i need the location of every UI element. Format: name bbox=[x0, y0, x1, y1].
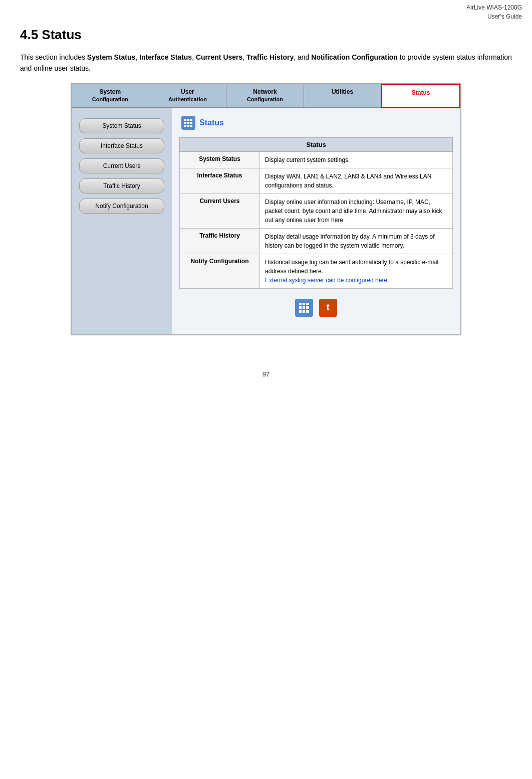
intro-bold1: System Status bbox=[87, 53, 135, 61]
svg-rect-7 bbox=[187, 125, 189, 127]
tab-status[interactable]: Status bbox=[381, 84, 460, 108]
svg-rect-4 bbox=[187, 122, 189, 124]
svg-rect-10 bbox=[303, 303, 305, 305]
svg-rect-3 bbox=[184, 122, 186, 124]
row-desc-notify-configuration: Historical usage log can be sent automat… bbox=[260, 254, 453, 288]
home-icon[interactable] bbox=[295, 299, 313, 317]
row-label-traffic-history: Traffic History bbox=[180, 228, 260, 254]
tab-system-configuration[interactable]: System Configuration bbox=[72, 84, 149, 107]
status-icon bbox=[181, 116, 195, 130]
svg-rect-14 bbox=[306, 306, 309, 309]
row-desc-traffic-history: Display detail usage information by day.… bbox=[260, 228, 453, 254]
row-label-notify-configuration: Notify Configuration bbox=[180, 254, 260, 288]
svg-rect-0 bbox=[184, 119, 186, 121]
table-row: System Status Display current system set… bbox=[180, 151, 453, 168]
svg-rect-12 bbox=[299, 306, 302, 309]
svg-rect-11 bbox=[306, 303, 309, 305]
row-label-system-status: System Status bbox=[180, 151, 260, 168]
tab-network-configuration[interactable]: Network Configuration bbox=[226, 84, 304, 107]
intro-paragraph: This section includes System Status, Int… bbox=[20, 52, 512, 74]
main-area: System Status Interface Status Current U… bbox=[72, 108, 460, 334]
table-row: Interface Status Display WAN, LAN1 & LAN… bbox=[180, 168, 453, 193]
svg-rect-2 bbox=[190, 119, 192, 121]
sidebar-btn-traffic-history[interactable]: Traffic History bbox=[79, 178, 164, 193]
page-content: 4.5 Status This section includes System … bbox=[0, 22, 532, 355]
svg-rect-16 bbox=[303, 310, 305, 313]
header-line1: AirLive WIAS-1200G bbox=[466, 4, 522, 11]
header-text: AirLive WIAS-1200G User's Guide bbox=[0, 0, 532, 22]
intro-bold2: Interface Status bbox=[139, 53, 192, 61]
content-header: Status bbox=[179, 116, 453, 130]
row-desc-current-users: Display online user information includin… bbox=[260, 193, 453, 228]
svg-rect-15 bbox=[299, 310, 302, 313]
sidebar-btn-current-users[interactable]: Current Users bbox=[79, 158, 164, 173]
table-row: Traffic History Display detail usage inf… bbox=[180, 228, 453, 254]
intro-part1: This section includes bbox=[20, 53, 87, 61]
tab-label-netconfig: Configuration bbox=[228, 96, 302, 103]
svg-rect-8 bbox=[190, 125, 192, 127]
tab-label-utilities: Utilities bbox=[306, 88, 379, 96]
page-footer: 97 bbox=[0, 355, 532, 393]
tab-utilities[interactable]: Utilities bbox=[304, 84, 382, 107]
sidebar-btn-notify-configuration[interactable]: Notify Configuration bbox=[79, 199, 164, 214]
sidebar-btn-system-status[interactable]: System Status bbox=[79, 118, 164, 133]
tab-label-configuration: Configuration bbox=[74, 96, 147, 103]
tab-label-system: System bbox=[74, 88, 147, 96]
intro-bold5: Notification Configuration bbox=[311, 53, 398, 61]
svg-rect-1 bbox=[187, 119, 189, 121]
sidebar-btn-interface-status[interactable]: Interface Status bbox=[79, 138, 164, 153]
svg-rect-9 bbox=[299, 303, 302, 305]
row-label-interface-status: Interface Status bbox=[180, 168, 260, 193]
router-ui: System Configuration User Authentication… bbox=[71, 83, 461, 335]
nav-tabs: System Configuration User Authentication… bbox=[72, 84, 460, 108]
page-number: 97 bbox=[262, 370, 270, 378]
svg-rect-17 bbox=[306, 310, 309, 313]
status-table: Status System Status Display current sys… bbox=[179, 137, 453, 289]
table-header: Status bbox=[180, 137, 453, 151]
tab-user-authentication[interactable]: User Authentication bbox=[149, 84, 227, 107]
svg-rect-5 bbox=[190, 122, 192, 124]
table-row: Notify Configuration Historical usage lo… bbox=[180, 254, 453, 288]
tab-label-authentication: Authentication bbox=[151, 96, 224, 103]
row-desc-interface-status: Display WAN, LAN1 & LAN2, LAN3 & LAN4 an… bbox=[260, 168, 453, 193]
svg-rect-13 bbox=[303, 306, 305, 309]
tab-label-user: User bbox=[151, 88, 224, 96]
page-title: 4.5 Status bbox=[20, 27, 512, 43]
content-area: Status Status System Status Display curr… bbox=[172, 108, 460, 334]
intro-bold4: Traffic History bbox=[246, 53, 294, 61]
syslog-link[interactable]: External syslog server can be configured… bbox=[265, 277, 389, 284]
row-desc-system-status: Display current system settings. bbox=[260, 151, 453, 168]
tab-label-network: Network bbox=[228, 88, 302, 96]
svg-rect-6 bbox=[184, 125, 186, 127]
row-label-current-users: Current Users bbox=[180, 193, 260, 228]
t-icon[interactable]: t bbox=[319, 299, 337, 317]
bottom-icons: t bbox=[179, 289, 453, 327]
tab-label-status: Status bbox=[384, 89, 457, 97]
sidebar: System Status Interface Status Current U… bbox=[72, 108, 172, 334]
intro-bold3: Current Users bbox=[196, 53, 242, 61]
table-row: Current Users Display online user inform… bbox=[180, 193, 453, 228]
header-line2: User's Guide bbox=[487, 13, 522, 20]
content-title: Status bbox=[199, 118, 224, 127]
